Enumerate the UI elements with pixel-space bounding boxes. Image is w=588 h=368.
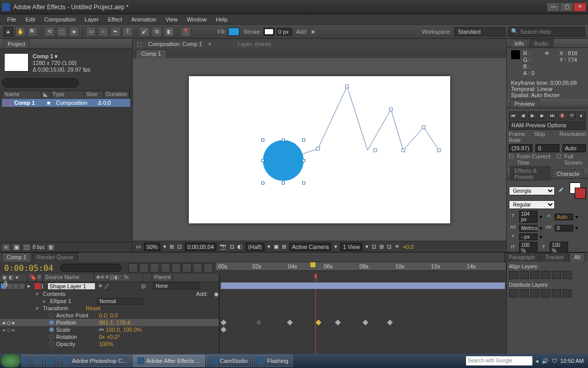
character-tab[interactable]: Characte (552, 169, 584, 178)
position-keyframe[interactable] (287, 319, 292, 325)
rotation-value[interactable]: 0x +0.0° (99, 334, 120, 340)
selection-handle[interactable] (302, 159, 305, 162)
current-timecode[interactable]: 0:00:05:04 (0, 263, 57, 273)
align-bottom[interactable] (562, 271, 572, 279)
next-frame-button[interactable]: ▶ (538, 111, 547, 120)
dist-1[interactable] (509, 289, 518, 297)
stroke-color-swatch[interactable] (263, 28, 275, 36)
quick-launch-2[interactable] (34, 355, 45, 367)
layer-shape-layer-1[interactable]: ▸ 1 Shape Layer 1 ✳ ／ ◎ None (0, 282, 219, 290)
audio-tab[interactable]: Audio (529, 39, 553, 48)
parent-select[interactable]: None (153, 283, 199, 289)
tray-clock[interactable]: 10:50 AM (560, 358, 584, 364)
menu-effect[interactable]: Effect (104, 15, 126, 24)
layer-name-input[interactable]: Shape Layer 1 (48, 283, 95, 289)
rotate-tool[interactable]: ⟲ (44, 27, 55, 37)
menu-file[interactable]: File (3, 15, 20, 24)
skip-select[interactable]: 0 (535, 144, 559, 152)
tl-tool-5[interactable] (172, 263, 181, 272)
align-tab[interactable]: All (570, 252, 585, 262)
stroke-color-char[interactable] (575, 188, 586, 199)
maximize-button[interactable]: ▢ (560, 3, 573, 11)
ram-preview-button[interactable]: ⏵ (577, 111, 586, 120)
tracking-input[interactable]: 0 (555, 225, 573, 232)
start-button[interactable] (1, 354, 20, 367)
interpret-footage-button[interactable]: ≡ (2, 244, 10, 251)
task-camstudio[interactable]: CamStudio (206, 355, 252, 367)
menu-layer[interactable]: Layer (81, 15, 103, 24)
timeline-tab-comp1[interactable]: Comp 1 (2, 252, 31, 262)
tracker-tab[interactable]: Tracker (541, 252, 569, 262)
minimize-button[interactable]: — (547, 3, 559, 11)
tl-tool-6[interactable] (182, 263, 191, 272)
ellipse-shape[interactable] (263, 140, 304, 181)
selection-handle[interactable] (302, 139, 305, 142)
clone-tool[interactable]: ⧉ (152, 27, 162, 37)
kerning-input[interactable]: Metrics (519, 225, 537, 232)
hand-tool[interactable]: ✋ (15, 27, 26, 37)
position-property[interactable]: ◂ ◇ ▸ Position 981.1, 176.4 (0, 319, 219, 326)
selection-handle[interactable] (261, 181, 264, 185)
new-folder-button[interactable]: ▣ (12, 244, 20, 251)
position-value[interactable]: 981.1, 176.4 (99, 319, 130, 326)
first-frame-button[interactable]: ⏮ (509, 111, 518, 120)
rect-tool[interactable]: ▭ (86, 27, 96, 37)
composition-viewer[interactable] (133, 58, 506, 241)
font-family-select[interactable]: Georgia (509, 187, 555, 195)
workspace-select[interactable]: Standard (454, 27, 505, 36)
delete-button[interactable]: 🗑 (47, 244, 55, 251)
selection-handle[interactable] (261, 159, 264, 162)
opacity-stopwatch[interactable] (49, 341, 54, 347)
menu-view[interactable]: View (161, 15, 182, 24)
position-keyframe[interactable] (220, 319, 226, 325)
loop-button[interactable]: ⟲ (568, 111, 576, 120)
position-keyframe[interactable] (387, 319, 393, 325)
camera-select[interactable]: Active Camera (289, 243, 331, 251)
close-button[interactable]: ✕ (574, 3, 586, 11)
ellipse-tool[interactable]: ○ (98, 27, 108, 37)
paragraph-tab[interactable]: Paragraph (504, 252, 540, 262)
tl-tool-2[interactable] (139, 263, 149, 272)
time-ruler[interactable]: :00s 02s 04s 06s 08s 10s 12s 14s (215, 262, 506, 271)
text-tool[interactable]: T (122, 27, 133, 37)
camera-tool[interactable]: ⬚ (57, 27, 67, 37)
project-item-comp1[interactable]: Comp 1 ■ Composition Δ 0;0 (2, 99, 130, 107)
align-hcenter[interactable] (520, 271, 529, 279)
dist-3[interactable] (530, 289, 540, 297)
puppet-tool[interactable]: 📍 (181, 27, 191, 37)
scale-stopwatch[interactable] (49, 327, 54, 332)
align-vcenter[interactable] (552, 271, 561, 279)
comp-canvas[interactable] (189, 76, 450, 223)
quick-launch-1[interactable] (21, 355, 33, 367)
search-help-input[interactable]: 🔍 Search Help (508, 27, 585, 37)
dist-4[interactable] (541, 289, 550, 297)
pan-behind-tool[interactable]: ◈ (69, 27, 79, 37)
anchor-value[interactable]: 0.0, 0.0 (99, 312, 118, 318)
tray-icon[interactable]: 🛡 (552, 358, 557, 364)
font-size-input[interactable]: 104 px (519, 211, 537, 223)
menu-edit[interactable]: Edit (21, 15, 39, 24)
eraser-tool[interactable]: ◧ (164, 27, 174, 37)
ellipse-mode[interactable]: Normal (97, 298, 143, 305)
pen-tool[interactable]: ✒ (110, 27, 120, 37)
selection-tool[interactable]: ▲ (3, 27, 13, 37)
scale-value[interactable]: 100.0, 100.0% (106, 327, 142, 333)
from-current-checkbox[interactable]: From Current Time (517, 153, 553, 166)
roving-keyframe[interactable] (256, 320, 261, 325)
comp-tab-comp1[interactable]: Comp 1 (136, 49, 167, 58)
view-select[interactable]: 1 View (340, 243, 362, 251)
full-screen-checkbox[interactable]: Full Screen (565, 153, 586, 166)
project-tab[interactable]: Project (3, 39, 30, 48)
tl-tool-8[interactable] (204, 263, 213, 272)
render-queue-tab[interactable]: Render Queue (32, 252, 78, 262)
stroke-width-input[interactable]: 0 px (277, 28, 292, 36)
exposure-value[interactable]: +0.0 (403, 244, 414, 250)
tray-icon[interactable]: 🔊 (542, 358, 549, 364)
zoom-tool[interactable]: 🔍 (28, 27, 38, 37)
selection-handle[interactable] (261, 139, 264, 142)
prev-frame-button[interactable]: ◀ (519, 111, 527, 120)
selection-handle[interactable] (282, 181, 285, 185)
playhead[interactable] (310, 262, 315, 267)
scale-keyframe[interactable] (220, 327, 226, 332)
menu-window[interactable]: Window (183, 15, 211, 24)
